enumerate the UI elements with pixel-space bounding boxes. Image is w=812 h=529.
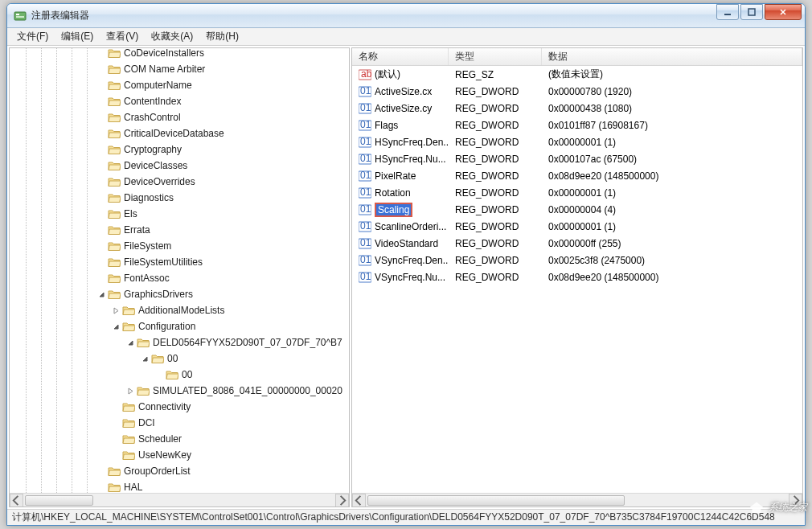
menu-help[interactable]: 帮助(H) bbox=[199, 28, 245, 45]
twisty-spacer bbox=[96, 257, 106, 267]
statusbar: 计算机\HKEY_LOCAL_MACHINE\SYSTEM\ControlSet… bbox=[7, 509, 805, 525]
tree-item[interactable]: CriticalDeviceDatabase bbox=[10, 125, 349, 141]
menu-favorites[interactable]: 收藏夹(A) bbox=[145, 28, 199, 45]
value-row[interactable]: VSyncFreq.Den...REG_DWORD0x0025c3f8 (247… bbox=[352, 252, 802, 269]
minimize-button[interactable] bbox=[716, 4, 739, 20]
col-name[interactable]: 名称 bbox=[352, 48, 449, 65]
menu-view[interactable]: 查看(V) bbox=[100, 28, 145, 45]
value-data: 0x0025c3f8 (2475000) bbox=[542, 255, 802, 266]
value-row[interactable]: (默认)REG_SZ(数值未设置) bbox=[352, 66, 802, 83]
tree-item[interactable]: DELD0564FYYX52D090T_07_07DF_70^B7 bbox=[10, 334, 349, 351]
tree-item[interactable]: 00 bbox=[10, 351, 349, 367]
tree-item[interactable]: Cryptography bbox=[10, 141, 349, 158]
scroll-thumb[interactable] bbox=[25, 495, 93, 506]
value-data: 0x00000780 (1920) bbox=[542, 86, 802, 97]
value-row[interactable]: VideoStandardREG_DWORD0x000000ff (255) bbox=[352, 235, 802, 252]
collapse-icon[interactable] bbox=[125, 338, 135, 347]
value-type: REG_DWORD bbox=[449, 103, 542, 114]
tree-item[interactable]: ComputerName bbox=[10, 77, 349, 93]
tree-item[interactable]: Connectivity bbox=[10, 399, 349, 415]
twisty-spacer bbox=[96, 129, 106, 138]
tree-item[interactable]: HAL bbox=[10, 479, 349, 493]
collapse-icon[interactable] bbox=[111, 322, 121, 331]
scroll-thumb[interactable] bbox=[367, 495, 625, 506]
tree-item-label: Connectivity bbox=[138, 401, 191, 412]
value-row[interactable]: ScalingREG_DWORD0x00000004 (4) bbox=[352, 201, 802, 218]
twisty-spacer bbox=[96, 161, 106, 170]
value-row[interactable]: ActiveSize.cyREG_DWORD0x00000438 (1080) bbox=[352, 100, 802, 117]
menu-file[interactable]: 文件(F) bbox=[10, 28, 55, 45]
values-list[interactable]: (默认)REG_SZ(数值未设置)ActiveSize.cxREG_DWORD0… bbox=[352, 66, 802, 493]
svg-rect-4 bbox=[748, 9, 755, 15]
tree-item[interactable]: GraphicsDrivers bbox=[10, 286, 349, 302]
collapse-icon[interactable] bbox=[140, 354, 150, 363]
tree-item-label: CoDeviceInstallers bbox=[124, 48, 204, 59]
tree-item[interactable]: FontAssoc bbox=[10, 270, 349, 286]
tree-item[interactable]: CoDeviceInstallers bbox=[10, 48, 349, 61]
tree-item[interactable]: UseNewKey bbox=[10, 447, 349, 463]
value-row[interactable]: ActiveSize.cxREG_DWORD0x00000780 (1920) bbox=[352, 83, 802, 100]
value-data: 0x00000004 (4) bbox=[542, 204, 802, 215]
tree-item[interactable]: SIMULATED_8086_041E_00000000_00020 bbox=[10, 383, 349, 399]
tree-item[interactable]: CrashControl bbox=[10, 109, 349, 125]
dword-value-icon bbox=[359, 271, 371, 284]
status-path: 计算机\HKEY_LOCAL_MACHINE\SYSTEM\ControlSet… bbox=[12, 511, 775, 524]
tree-item[interactable]: 00 bbox=[10, 367, 349, 383]
tree-item[interactable]: GroupOrderList bbox=[10, 463, 349, 479]
tree-item[interactable]: Scheduler bbox=[10, 431, 349, 447]
list-hscrollbar[interactable] bbox=[352, 493, 802, 506]
tree-item[interactable]: DCI bbox=[10, 415, 349, 431]
collapse-icon[interactable] bbox=[96, 289, 106, 299]
tree-item[interactable]: COM Name Arbiter bbox=[10, 61, 349, 77]
twisty-spacer bbox=[96, 273, 106, 283]
tree-item[interactable]: FileSystemUtilities bbox=[10, 254, 349, 270]
tree-item[interactable]: Diagnostics bbox=[10, 190, 349, 206]
value-type: REG_DWORD bbox=[449, 187, 542, 199]
tree-item[interactable]: Errata bbox=[10, 222, 349, 238]
menu-edit[interactable]: 编辑(E) bbox=[55, 28, 100, 45]
svg-rect-1 bbox=[16, 14, 19, 15]
value-row[interactable]: HSyncFreq.Nu...REG_DWORD0x000107ac (6750… bbox=[352, 150, 802, 167]
twisty-spacer bbox=[96, 177, 106, 187]
value-row[interactable]: PixelRateREG_DWORD0x08d9ee20 (148500000) bbox=[352, 167, 802, 184]
twisty-spacer bbox=[96, 64, 106, 74]
value-row[interactable]: ScanlineOrderi...REG_DWORD0x00000001 (1) bbox=[352, 218, 802, 235]
tree-item[interactable]: FileSystem bbox=[10, 238, 349, 254]
scroll-left-icon[interactable] bbox=[352, 494, 366, 507]
folder-icon bbox=[151, 353, 164, 364]
expand-icon[interactable] bbox=[111, 306, 121, 315]
value-name: Flags bbox=[375, 120, 398, 131]
close-button[interactable] bbox=[765, 4, 802, 20]
value-row[interactable]: HSyncFreq.Den...REG_DWORD0x00000001 (1) bbox=[352, 133, 802, 150]
value-row[interactable]: RotationREG_DWORD0x00000001 (1) bbox=[352, 184, 802, 201]
maximize-button[interactable] bbox=[740, 4, 763, 20]
value-row[interactable]: FlagsREG_DWORD0x0101ff87 (16908167) bbox=[352, 117, 802, 133]
values-header: 名称 类型 数据 bbox=[352, 48, 802, 66]
tree-item[interactable]: ContentIndex bbox=[10, 93, 349, 109]
tree-item[interactable]: Els bbox=[10, 206, 349, 222]
scroll-track[interactable] bbox=[23, 494, 335, 507]
folder-icon bbox=[108, 80, 121, 91]
tree-item-label: DeviceClasses bbox=[124, 160, 187, 171]
col-data[interactable]: 数据 bbox=[542, 48, 802, 65]
expand-icon[interactable] bbox=[125, 386, 135, 396]
tree-hscrollbar[interactable] bbox=[10, 493, 349, 506]
titlebar[interactable]: 注册表编辑器 bbox=[7, 4, 805, 28]
tree-item[interactable]: DeviceOverrides bbox=[10, 174, 349, 190]
dword-value-icon bbox=[359, 187, 371, 199]
value-row[interactable]: VSyncFreq.Nu...REG_DWORD0x08d9ee20 (1485… bbox=[352, 269, 802, 285]
scroll-track[interactable] bbox=[366, 494, 789, 507]
value-data: (数值未设置) bbox=[542, 68, 802, 81]
twisty-spacer bbox=[96, 241, 106, 251]
twisty-spacer bbox=[96, 209, 106, 219]
tree-item[interactable]: DeviceClasses bbox=[10, 158, 349, 174]
folder-icon bbox=[108, 64, 121, 75]
col-type[interactable]: 类型 bbox=[449, 48, 542, 65]
tree-item[interactable]: AdditionalModeLists bbox=[10, 302, 349, 318]
scroll-left-icon[interactable] bbox=[10, 494, 23, 507]
folder-icon bbox=[108, 144, 121, 155]
tree-scroll-area[interactable]: CoDeviceInstallersCOM Name ArbiterComput… bbox=[10, 48, 349, 493]
window-buttons bbox=[715, 4, 802, 20]
scroll-right-icon[interactable] bbox=[335, 494, 349, 507]
tree-item[interactable]: Configuration bbox=[10, 318, 349, 334]
